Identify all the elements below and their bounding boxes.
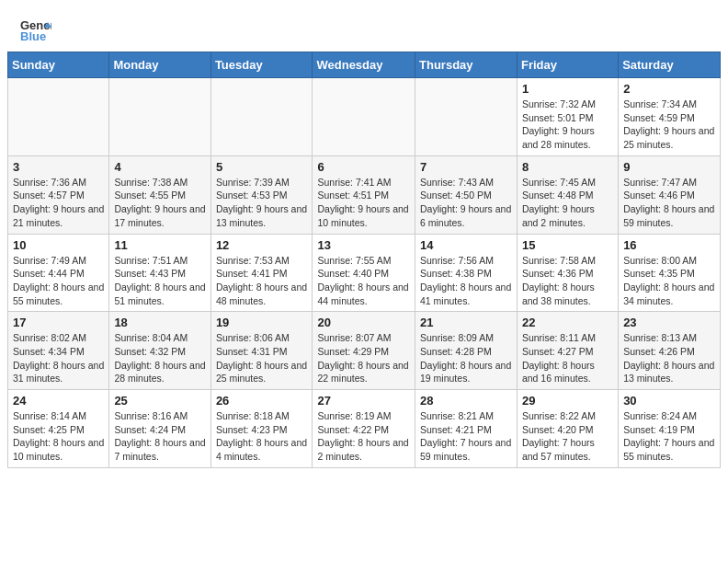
dow-header-saturday: Saturday: [619, 52, 721, 78]
calendar-body: 1Sunrise: 7:32 AM Sunset: 5:01 PM Daylig…: [8, 78, 721, 468]
day-number: 18: [114, 316, 205, 329]
calendar-cell: 9Sunrise: 7:47 AM Sunset: 4:46 PM Daylig…: [619, 155, 721, 234]
dow-header-friday: Friday: [517, 52, 618, 78]
logo: General Blue: [18, 15, 55, 48]
calendar-week-5: 24Sunrise: 8:14 AM Sunset: 4:25 PM Dayli…: [8, 390, 721, 468]
dow-header-sunday: Sunday: [8, 52, 109, 78]
day-number: 22: [522, 316, 613, 329]
calendar-table: SundayMondayTuesdayWednesdayThursdayFrid…: [7, 52, 721, 468]
calendar-cell: [313, 78, 415, 156]
day-info: Sunrise: 7:41 AM Sunset: 4:51 PM Dayligh…: [317, 176, 410, 230]
day-number: 10: [13, 238, 104, 252]
calendar-cell: 24Sunrise: 8:14 AM Sunset: 4:25 PM Dayli…: [8, 390, 109, 468]
day-number: 3: [13, 160, 104, 174]
day-info: Sunrise: 8:09 AM Sunset: 4:28 PM Dayligh…: [420, 331, 512, 385]
day-number: 26: [216, 394, 308, 408]
calendar-cell: [210, 78, 313, 156]
day-number: 9: [623, 160, 715, 174]
svg-text:Blue: Blue: [20, 29, 46, 43]
day-info: Sunrise: 7:53 AM Sunset: 4:41 PM Dayligh…: [216, 254, 308, 308]
calendar-cell: 29Sunrise: 8:22 AM Sunset: 4:20 PM Dayli…: [517, 390, 618, 468]
dow-header-thursday: Thursday: [415, 52, 518, 78]
day-info: Sunrise: 8:19 AM Sunset: 4:22 PM Dayligh…: [317, 409, 410, 464]
day-info: Sunrise: 8:16 AM Sunset: 4:24 PM Dayligh…: [114, 409, 205, 464]
calendar-cell: 18Sunrise: 8:04 AM Sunset: 4:32 PM Dayli…: [109, 312, 210, 390]
dow-header-tuesday: Tuesday: [210, 52, 313, 78]
calendar-cell: 28Sunrise: 8:21 AM Sunset: 4:21 PM Dayli…: [415, 390, 518, 468]
calendar-cell: 20Sunrise: 8:07 AM Sunset: 4:29 PM Dayli…: [313, 312, 415, 390]
day-info: Sunrise: 7:39 AM Sunset: 4:53 PM Dayligh…: [216, 176, 308, 230]
calendar-cell: 4Sunrise: 7:38 AM Sunset: 4:55 PM Daylig…: [109, 155, 210, 234]
day-info: Sunrise: 7:56 AM Sunset: 4:38 PM Dayligh…: [420, 254, 512, 308]
calendar-cell: 6Sunrise: 7:41 AM Sunset: 4:51 PM Daylig…: [313, 155, 415, 234]
day-info: Sunrise: 8:24 AM Sunset: 4:19 PM Dayligh…: [623, 409, 715, 464]
day-info: Sunrise: 7:32 AM Sunset: 5:01 PM Dayligh…: [522, 98, 613, 152]
day-info: Sunrise: 7:49 AM Sunset: 4:44 PM Dayligh…: [13, 254, 104, 308]
day-number: 30: [623, 394, 715, 408]
day-number: 11: [114, 238, 205, 252]
calendar-cell: 1Sunrise: 7:32 AM Sunset: 5:01 PM Daylig…: [517, 78, 618, 156]
calendar-cell: 2Sunrise: 7:34 AM Sunset: 4:59 PM Daylig…: [619, 78, 721, 156]
day-number: 13: [317, 238, 410, 252]
calendar-cell: 17Sunrise: 8:02 AM Sunset: 4:34 PM Dayli…: [8, 312, 109, 390]
calendar-cell: 10Sunrise: 7:49 AM Sunset: 4:44 PM Dayli…: [8, 234, 109, 312]
logo-icon: General Blue: [18, 15, 51, 48]
day-number: 6: [317, 160, 410, 174]
day-number: 7: [420, 160, 512, 174]
dow-header-wednesday: Wednesday: [313, 52, 415, 78]
dow-header-monday: Monday: [109, 52, 210, 78]
day-number: 14: [420, 238, 512, 252]
day-info: Sunrise: 8:02 AM Sunset: 4:34 PM Dayligh…: [13, 331, 104, 385]
day-info: Sunrise: 8:06 AM Sunset: 4:31 PM Dayligh…: [216, 331, 308, 385]
day-info: Sunrise: 7:51 AM Sunset: 4:43 PM Dayligh…: [114, 254, 205, 308]
calendar-cell: 25Sunrise: 8:16 AM Sunset: 4:24 PM Dayli…: [109, 390, 210, 468]
calendar-cell: 27Sunrise: 8:19 AM Sunset: 4:22 PM Dayli…: [313, 390, 415, 468]
day-info: Sunrise: 8:04 AM Sunset: 4:32 PM Dayligh…: [114, 331, 205, 385]
calendar-cell: 15Sunrise: 7:58 AM Sunset: 4:36 PM Dayli…: [517, 234, 618, 312]
day-info: Sunrise: 7:34 AM Sunset: 4:59 PM Dayligh…: [623, 98, 715, 152]
day-info: Sunrise: 8:07 AM Sunset: 4:29 PM Dayligh…: [317, 331, 410, 385]
calendar-cell: 23Sunrise: 8:13 AM Sunset: 4:26 PM Dayli…: [619, 312, 721, 390]
day-info: Sunrise: 7:55 AM Sunset: 4:40 PM Dayligh…: [317, 254, 410, 308]
days-of-week-row: SundayMondayTuesdayWednesdayThursdayFrid…: [8, 52, 721, 78]
day-info: Sunrise: 7:38 AM Sunset: 4:55 PM Dayligh…: [114, 176, 205, 230]
day-info: Sunrise: 8:11 AM Sunset: 4:27 PM Dayligh…: [522, 331, 613, 385]
day-info: Sunrise: 8:14 AM Sunset: 4:25 PM Dayligh…: [13, 409, 104, 464]
calendar-cell: 30Sunrise: 8:24 AM Sunset: 4:19 PM Dayli…: [619, 390, 721, 468]
day-number: 2: [623, 82, 715, 96]
day-number: 28: [420, 394, 512, 408]
calendar-cell: 8Sunrise: 7:45 AM Sunset: 4:48 PM Daylig…: [517, 155, 618, 234]
day-number: 12: [216, 238, 308, 252]
day-number: 15: [522, 238, 613, 252]
calendar-cell: 26Sunrise: 8:18 AM Sunset: 4:23 PM Dayli…: [210, 390, 313, 468]
day-info: Sunrise: 7:45 AM Sunset: 4:48 PM Dayligh…: [522, 176, 613, 230]
calendar-cell: 19Sunrise: 8:06 AM Sunset: 4:31 PM Dayli…: [210, 312, 313, 390]
day-number: 19: [216, 316, 308, 329]
day-info: Sunrise: 7:43 AM Sunset: 4:50 PM Dayligh…: [420, 176, 512, 230]
day-info: Sunrise: 8:21 AM Sunset: 4:21 PM Dayligh…: [420, 409, 512, 464]
day-number: 20: [317, 316, 410, 329]
calendar-cell: 16Sunrise: 8:00 AM Sunset: 4:35 PM Dayli…: [619, 234, 721, 312]
day-info: Sunrise: 7:58 AM Sunset: 4:36 PM Dayligh…: [522, 254, 613, 308]
calendar-week-1: 1Sunrise: 7:32 AM Sunset: 5:01 PM Daylig…: [8, 78, 721, 156]
calendar-cell: 13Sunrise: 7:55 AM Sunset: 4:40 PM Dayli…: [313, 234, 415, 312]
day-info: Sunrise: 7:47 AM Sunset: 4:46 PM Dayligh…: [623, 176, 715, 230]
day-info: Sunrise: 8:22 AM Sunset: 4:20 PM Dayligh…: [522, 409, 613, 464]
calendar-week-2: 3Sunrise: 7:36 AM Sunset: 4:57 PM Daylig…: [8, 155, 721, 234]
calendar-cell: 7Sunrise: 7:43 AM Sunset: 4:50 PM Daylig…: [415, 155, 518, 234]
calendar-cell: [8, 78, 109, 156]
calendar-container: SundayMondayTuesdayWednesdayThursdayFrid…: [0, 52, 728, 476]
day-number: 4: [114, 160, 205, 174]
day-number: 16: [623, 238, 715, 252]
day-number: 5: [216, 160, 308, 174]
calendar-cell: 5Sunrise: 7:39 AM Sunset: 4:53 PM Daylig…: [210, 155, 313, 234]
calendar-week-4: 17Sunrise: 8:02 AM Sunset: 4:34 PM Dayli…: [8, 312, 721, 390]
calendar-cell: [415, 78, 518, 156]
calendar-cell: [109, 78, 210, 156]
day-info: Sunrise: 8:00 AM Sunset: 4:35 PM Dayligh…: [623, 254, 715, 308]
day-number: 24: [13, 394, 104, 408]
calendar-cell: 21Sunrise: 8:09 AM Sunset: 4:28 PM Dayli…: [415, 312, 518, 390]
day-number: 21: [420, 316, 512, 329]
day-number: 17: [13, 316, 104, 329]
day-number: 25: [114, 394, 205, 408]
